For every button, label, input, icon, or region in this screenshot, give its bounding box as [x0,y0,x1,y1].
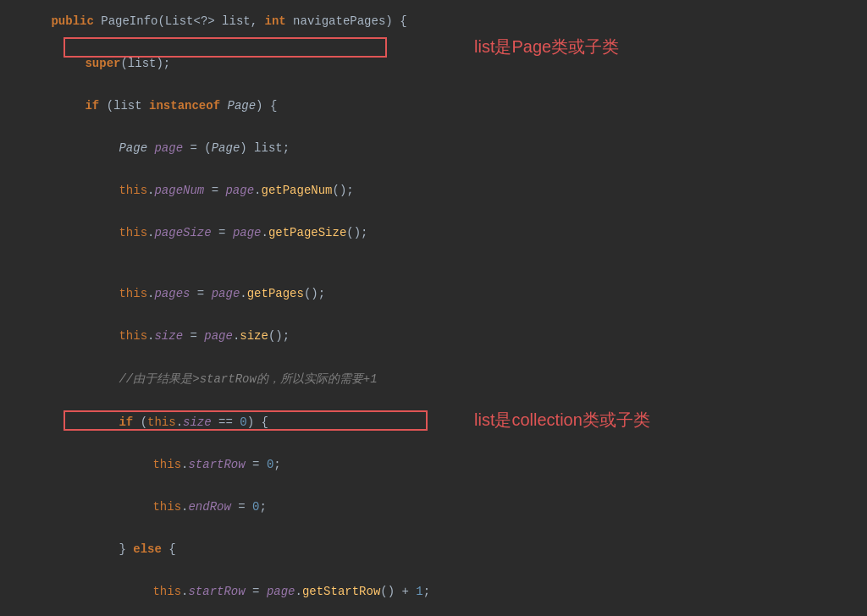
code-line: Page page = (Page) list; [0,127,867,169]
code-line: this.pages = page.getPages(); [0,272,867,315]
code-line: } else { [0,528,867,570]
code-line [0,254,867,272]
code-line: this.pageNum = page.getPageNum(); [0,169,867,212]
code-line: this.size = page.size(); [0,315,867,357]
annotation-1: list是Page类或子类 [474,36,619,58]
code-line: if (this.size == 0) { [0,401,867,443]
code-container: list是Page类或子类 list是collection类或子类 public… [0,0,867,616]
code-line: public PageInfo(List<?> list, int naviga… [0,0,867,42]
code-line: this.startRow = 0; [0,443,867,486]
code-line: super(list); [0,42,867,85]
code-line: this.startRow = page.getStartRow() + 1; [0,570,867,613]
code-line: this.pageSize = page.getPageSize(); [0,212,867,254]
code-line: //计算实际的endRow（最后一页的时候特殊） [0,613,867,616]
annotation-2: list是collection类或子类 [474,409,650,432]
code-line: this.endRow = 0; [0,486,867,528]
code-line: //由于结果是>startRow的，所以实际的需要+1 [0,357,867,401]
code-line: if (list instanceof Page) { [0,85,867,127]
